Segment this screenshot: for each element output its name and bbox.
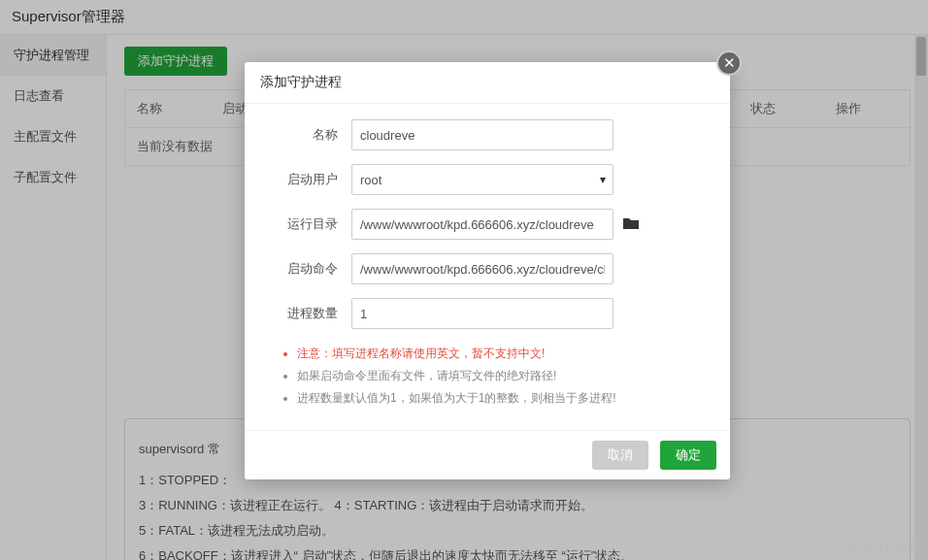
name-input[interactable] [351,119,613,150]
hints: 注意：填写进程名称请使用英文，暂不支持中文! 如果启动命令里面有文件，请填写文件… [264,343,711,409]
modal-title: 添加守护进程 [260,74,342,89]
count-input[interactable] [351,298,613,329]
modal-header: 添加守护进程 ✕ [245,62,730,104]
dir-label: 运行目录 [264,215,351,233]
watermark: @51CTO博客 [842,539,920,556]
confirm-button[interactable]: 确定 [660,441,716,470]
close-icon[interactable]: ✕ [716,50,742,76]
hint-item: 进程数量默认值为1，如果值为大于1的整数，则相当于多进程! [297,387,711,410]
modal-footer: 取消 确定 [245,430,730,479]
count-label: 进程数量 [264,305,351,322]
modal-body: 名称 启动用户 root ▾ 运行目录 启动命令 进程数量 [245,104,730,430]
cmd-input[interactable] [351,253,613,284]
hint-item: 如果启动命令里面有文件，请填写文件的绝对路径! [297,365,711,387]
user-label: 启动用户 [264,171,351,188]
folder-icon[interactable] [623,216,639,233]
cancel-button[interactable]: 取消 [592,441,648,470]
cmd-label: 启动命令 [264,260,351,278]
name-label: 名称 [264,126,351,144]
dir-input[interactable] [351,209,613,240]
user-select[interactable]: root [351,164,613,195]
hint-item: 注意：填写进程名称请使用英文，暂不支持中文! [297,343,711,365]
add-process-modal: 添加守护进程 ✕ 名称 启动用户 root ▾ 运行目录 启动命令 [245,62,730,479]
